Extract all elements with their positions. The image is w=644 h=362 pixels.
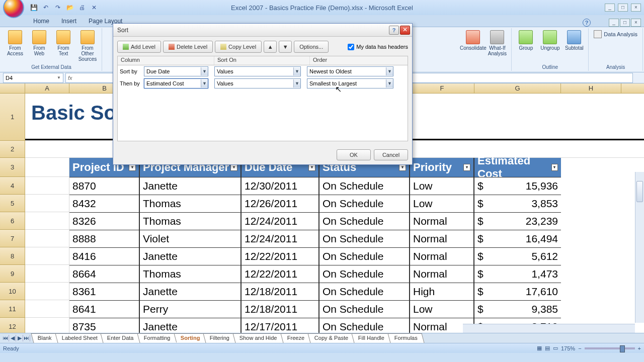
ribbon-restore-button[interactable]: □ bbox=[620, 19, 630, 27]
cell-status[interactable]: On Schedule bbox=[319, 177, 410, 195]
cell-priority[interactable]: Normal bbox=[410, 213, 474, 230]
col-header-h[interactable]: H bbox=[561, 83, 621, 93]
row-header-11[interactable]: 11 bbox=[0, 300, 25, 318]
cell-due-date[interactable]: 12/24/2011 bbox=[242, 213, 319, 230]
ungroup-button[interactable]: Ungroup bbox=[539, 29, 561, 52]
cell-estimated-cost[interactable]: $15,936 bbox=[474, 177, 561, 195]
dialog-close-button[interactable]: ✕ bbox=[400, 26, 410, 35]
row-header-6[interactable]: 6 bbox=[0, 212, 25, 230]
cell-project-manager[interactable]: Janette bbox=[140, 248, 242, 265]
cell-status[interactable]: On Schedule bbox=[319, 265, 410, 283]
tab-nav-prev-icon[interactable]: ◀ bbox=[9, 335, 16, 341]
cell-due-date[interactable]: 12/30/2011 bbox=[242, 177, 319, 195]
cell-estimated-cost[interactable]: $16,494 bbox=[474, 230, 561, 247]
col-header-g[interactable]: G bbox=[474, 83, 561, 93]
cell-due-date[interactable]: 12/24/2011 bbox=[242, 230, 319, 247]
row-header-3[interactable]: 3 bbox=[0, 158, 25, 177]
cell-estimated-cost[interactable]: $3,853 bbox=[474, 195, 561, 212]
select-all-corner[interactable] bbox=[0, 83, 25, 93]
ok-button[interactable]: OK bbox=[337, 149, 371, 160]
cell-due-date[interactable]: 12/22/2011 bbox=[242, 265, 319, 283]
horizontal-scrollbar[interactable] bbox=[463, 324, 635, 333]
cell-project-id[interactable]: 8888 bbox=[69, 230, 140, 247]
cell-project-id[interactable]: 8432 bbox=[69, 195, 140, 212]
move-down-button[interactable]: ▼ bbox=[279, 41, 292, 53]
minimize-button[interactable]: _ bbox=[605, 4, 615, 12]
options-button[interactable]: Options... bbox=[294, 41, 329, 53]
name-box[interactable]: D4▼ bbox=[3, 73, 63, 83]
save-icon[interactable]: 💾 bbox=[29, 3, 38, 12]
cell-status[interactable]: On Schedule bbox=[319, 283, 410, 300]
filter-icon[interactable]: ▾ bbox=[551, 164, 558, 171]
close-button[interactable]: × bbox=[631, 4, 641, 12]
delete-level-button[interactable]: Delete Level bbox=[163, 41, 213, 53]
tab-nav-first-icon[interactable]: ⏮ bbox=[2, 335, 9, 341]
row-header-1[interactable]: 1 bbox=[0, 94, 25, 141]
filter-icon[interactable]: ▾ bbox=[129, 164, 136, 171]
zoom-slider[interactable] bbox=[585, 347, 635, 349]
tab-insert[interactable]: Insert bbox=[55, 16, 83, 27]
redo-icon[interactable]: ↷ bbox=[53, 3, 62, 12]
sheet-tab-labeled-sheet[interactable]: Labeled Sheet bbox=[55, 333, 104, 343]
zoom-in-icon[interactable]: + bbox=[638, 345, 641, 351]
cell-estimated-cost[interactable]: $23,239 bbox=[474, 213, 561, 230]
cell-priority[interactable]: Normal bbox=[410, 248, 474, 265]
cell-estimated-cost[interactable]: $9,385 bbox=[474, 301, 561, 318]
cell-project-id[interactable]: 8361 bbox=[69, 283, 140, 300]
cell-project-manager[interactable]: Thomas bbox=[140, 195, 242, 212]
row-header-2[interactable]: 2 bbox=[0, 141, 25, 158]
cell-priority[interactable]: Low bbox=[410, 301, 474, 318]
ribbon-close-button[interactable]: × bbox=[631, 19, 641, 27]
from-text-button[interactable]: From Text bbox=[52, 29, 74, 57]
move-up-button[interactable]: ▲ bbox=[264, 41, 277, 53]
filter-icon[interactable]: ▾ bbox=[230, 164, 237, 171]
filter-icon[interactable]: ▾ bbox=[399, 164, 406, 171]
cell-status[interactable]: On Schedule bbox=[319, 230, 410, 247]
cell-project-id[interactable]: 8326 bbox=[69, 213, 140, 230]
tab-nav-next-icon[interactable]: ▶ bbox=[16, 335, 23, 341]
cell-due-date[interactable]: 12/18/2011 bbox=[242, 283, 319, 300]
copy-level-button[interactable]: Copy Level bbox=[215, 41, 262, 53]
from-access-button[interactable]: From Access bbox=[4, 29, 26, 57]
cell-status[interactable]: On Schedule bbox=[319, 213, 410, 230]
cell-project-id[interactable]: 8416 bbox=[69, 248, 140, 265]
cell-priority[interactable]: High bbox=[410, 283, 474, 300]
row-header-10[interactable]: 10 bbox=[0, 283, 25, 300]
zoom-out-icon[interactable]: − bbox=[578, 345, 581, 351]
cell-estimated-cost[interactable]: $17,610 bbox=[474, 283, 561, 300]
headers-checkbox-label[interactable]: My data has headers bbox=[348, 44, 408, 50]
cell-status[interactable]: On Schedule bbox=[319, 248, 410, 265]
sheet-tab-freeze[interactable]: Freeze bbox=[280, 333, 311, 343]
row-header-7[interactable]: 7 bbox=[0, 230, 25, 247]
thenby-sorton-combo[interactable]: Values▼ bbox=[214, 78, 301, 88]
row-header-4[interactable]: 4 bbox=[0, 177, 25, 195]
dialog-titlebar[interactable]: Sort ? ✕ bbox=[113, 24, 412, 37]
add-level-button[interactable]: Add Level bbox=[117, 41, 161, 53]
cell-due-date[interactable]: 12/22/2011 bbox=[242, 248, 319, 265]
sortby-order-combo[interactable]: Newest to Oldest▼ bbox=[307, 66, 393, 76]
cell-project-manager[interactable]: Thomas bbox=[140, 213, 242, 230]
cell-project-id[interactable]: 8641 bbox=[69, 301, 140, 318]
from-other-sources-button[interactable]: From Other Sources bbox=[76, 29, 99, 63]
cell-project-manager[interactable]: Janette bbox=[140, 283, 242, 300]
cancel-button[interactable]: Cancel bbox=[374, 149, 408, 160]
view-normal-icon[interactable]: ▦ bbox=[537, 345, 542, 351]
sortby-column-combo[interactable]: Due Date▼ bbox=[144, 66, 208, 76]
from-web-button[interactable]: From Web bbox=[28, 29, 50, 57]
view-layout-icon[interactable]: ▤ bbox=[545, 345, 550, 351]
row-header-9[interactable]: 9 bbox=[0, 265, 25, 283]
sheet-tab-formatting[interactable]: Formatting bbox=[137, 333, 178, 343]
cell-status[interactable]: On Schedule bbox=[319, 301, 410, 318]
group-button[interactable]: Group bbox=[515, 29, 537, 52]
filter-icon[interactable]: ▾ bbox=[463, 164, 470, 171]
cell-status[interactable]: On Schedule bbox=[319, 195, 410, 212]
col-header-a[interactable]: A bbox=[25, 83, 69, 93]
zoom-level[interactable]: 175% bbox=[561, 345, 575, 351]
vertical-scrollbar[interactable] bbox=[635, 172, 644, 323]
headers-checkbox[interactable] bbox=[348, 44, 354, 50]
what-if-button[interactable]: What-If Analysis bbox=[486, 29, 508, 57]
sheet-tab-sorting[interactable]: Sorting bbox=[174, 333, 207, 343]
sheet-tab-fill-handle[interactable]: Fill Handle bbox=[352, 333, 391, 343]
help-icon[interactable]: ? bbox=[583, 19, 591, 27]
cell-priority[interactable]: Low bbox=[410, 195, 474, 212]
